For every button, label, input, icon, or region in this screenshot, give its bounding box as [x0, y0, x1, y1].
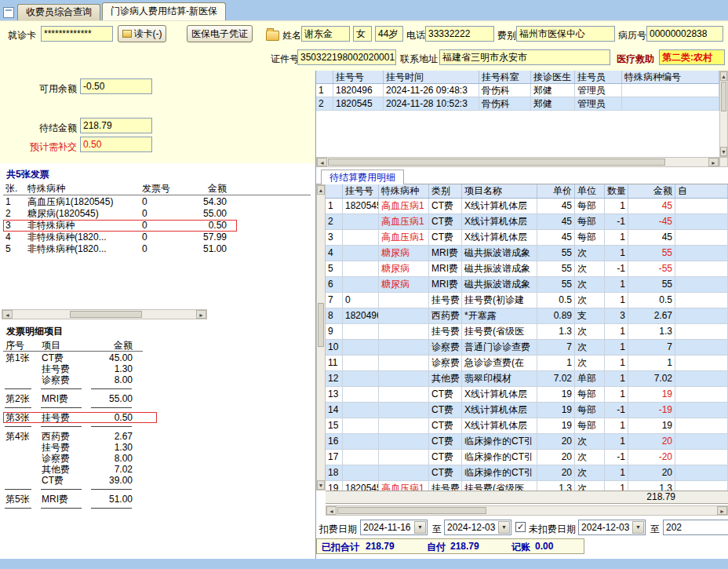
fee-column-header[interactable]: 挂号号	[343, 184, 379, 198]
fee-row[interactable]: 11诊察费急诊诊查费(在1次11	[326, 356, 728, 371]
chevron-down-icon[interactable]: ▼	[498, 521, 510, 534]
invoice-detail-row: 第4张西药费2.67	[3, 431, 157, 442]
fee-cell: 高血压病1	[379, 230, 429, 245]
invoice-row[interactable]: 2糖尿病(1820545)055.00	[3, 208, 237, 220]
registration-row[interactable]: 118204962024-11-26 09:48:3骨伤科郑健管理员	[316, 84, 719, 97]
address-input[interactable]: 福建省三明市永安市	[439, 49, 610, 65]
fee-column-header[interactable]: 类别	[429, 184, 462, 198]
scrollbar-thumb[interactable]	[70, 311, 142, 318]
fee-vscrollbar[interactable]: ▲ ▼	[316, 184, 326, 491]
scroll-right-icon[interactable]: ►	[717, 506, 727, 515]
fee-row[interactable]: 191820545高血压病1挂号费挂号费(省级医1.3次11.3	[326, 481, 728, 491]
fee-row[interactable]: 9挂号费挂号费(省级医1.3次11.3	[326, 324, 728, 340]
fee-cell: X线计算机体层	[462, 230, 537, 245]
invoice-row[interactable]: 3非特殊病种00.50	[3, 220, 237, 232]
chevron-down-icon[interactable]: ▼	[414, 521, 426, 534]
fee-type-input[interactable]: 福州市医保中心	[516, 26, 615, 42]
registration-column-header[interactable]: 挂号员	[575, 71, 622, 83]
registration-column-header[interactable]: 接诊医生	[531, 71, 575, 83]
detail-sheet-label: 第4张	[3, 431, 39, 442]
invoice-detail-row: 第1张CT费45.00	[3, 352, 157, 363]
scroll-left-icon[interactable]: ◄	[317, 158, 327, 166]
detail-sheet-label	[3, 453, 39, 464]
fee-row[interactable]: 12其他费翡翠印模材7.02单部17.02	[326, 371, 728, 387]
fee-row[interactable]: 3高血压病1CT费X线计算机体层45每部145	[326, 230, 728, 246]
undeduct-date-to-combo[interactable]: 202 ▼	[663, 520, 728, 535]
evoucher-button[interactable]: 医保电子凭证	[187, 25, 253, 42]
fee-row[interactable]: 5糖尿病MRI费磁共振波谱成象55次-1-55	[326, 261, 728, 277]
folder-icon[interactable]	[266, 31, 279, 41]
scrollbar-thumb[interactable]	[721, 82, 726, 111]
fee-cell: 次	[575, 481, 605, 491]
scroll-right-icon[interactable]: ►	[708, 158, 719, 166]
registration-column-header[interactable]: 特殊病种编号	[622, 71, 719, 83]
fee-column-header[interactable]: 单价	[537, 184, 575, 198]
id-no-input[interactable]: 350322198002020001	[297, 49, 396, 65]
fee-row[interactable]: 2高血压病1CT费X线计算机体层45每部-1-45	[326, 214, 728, 230]
scrollbar-corner	[719, 157, 728, 167]
fee-cell: X线计算机体层	[462, 214, 537, 229]
fee-cell: CT费	[429, 465, 462, 480]
fee-row[interactable]: 4糖尿病MRI费磁共振波谱成象55次155	[326, 246, 728, 261]
registration-column-header[interactable]: 挂号科室	[479, 71, 531, 83]
fee-cell	[343, 324, 379, 339]
scroll-down-icon[interactable]: ▼	[720, 147, 727, 156]
registration-column-header[interactable]: 挂号号	[333, 71, 384, 83]
invoice-list-hscrollbar[interactable]: ◄ ►	[2, 309, 207, 319]
undeduct-date-from-combo[interactable]: 2024-12-03 ▼	[578, 520, 646, 535]
scrollbar-thumb[interactable]	[337, 507, 486, 514]
fee-hscrollbar[interactable]: ◄ ►	[326, 505, 728, 516]
record-no-input[interactable]: 00000002838	[646, 26, 723, 42]
invoice-row[interactable]: 1高血压病1(1820545)054.30	[3, 196, 237, 208]
fee-cell: 糖尿病	[379, 246, 429, 261]
registration-column-header[interactable]: 挂号时间	[384, 71, 479, 83]
scroll-up-icon[interactable]: ▲	[317, 185, 325, 195]
scroll-up-icon[interactable]: ▲	[720, 71, 727, 81]
visit-card-input[interactable]: *************	[41, 26, 113, 42]
fee-row[interactable]: 11820545高血压病1CT费X线计算机体层45每部145	[326, 199, 728, 214]
fee-row[interactable]: 14CT费X线计算机体层19每部-1-19	[326, 403, 728, 418]
tab-outpatient-settlement[interactable]: 门诊病人费用结算-新医保	[102, 2, 226, 20]
fee-row[interactable]: 6糖尿病MRI费磁共振波谱成象55次155	[326, 277, 728, 293]
fee-cell: 诊察费	[429, 340, 462, 355]
fee-detail-tab[interactable]: 待结算费用明细	[321, 170, 404, 185]
deduct-date-from-combo[interactable]: 2024-11-16 ▼	[360, 520, 428, 535]
tab-cashier-query[interactable]: 收费员综合查询	[17, 4, 100, 20]
fee-row[interactable]: 18CT费临床操作的CT引20次120	[326, 465, 728, 481]
phone-input[interactable]: 33332222	[425, 26, 494, 42]
scroll-left-icon[interactable]: ◄	[326, 506, 337, 515]
fee-column-header[interactable]: 金额	[628, 184, 675, 198]
row-number-header	[316, 71, 333, 83]
fee-column-header[interactable]: 特殊病种	[379, 184, 429, 198]
registration-row[interactable]: 218205452024-11-28 10:52:3骨伤科郑健管理员	[316, 97, 719, 111]
chevron-down-icon[interactable]: ▼	[632, 521, 644, 534]
invoice-row[interactable]: 4非特殊病种(1820...057.99	[3, 232, 237, 243]
fee-cell: 17	[326, 450, 343, 465]
fee-row[interactable]: 81820496西药费*开塞露0.89支32.67	[326, 308, 728, 324]
fee-row[interactable]: 15CT费X线计算机体层19每部119	[326, 418, 728, 434]
fee-cell: 挂号费(初诊建	[462, 293, 537, 308]
fee-row[interactable]: 70挂号费挂号费(初诊建0.5次10.5	[326, 293, 728, 308]
fee-row[interactable]: 16CT费临床操作的CT引20次120	[326, 434, 728, 450]
fee-column-header[interactable]: 数量	[605, 184, 628, 198]
registration-vscrollbar[interactable]: ▲ ▼	[719, 71, 728, 157]
pending-amount-label: 待结金额	[9, 120, 77, 136]
scroll-down-icon[interactable]: ▼	[317, 480, 325, 490]
name-input[interactable]: 谢东金	[301, 26, 350, 42]
fee-row[interactable]: 10诊察费普通门诊诊查费7次17	[326, 340, 728, 356]
scrollbar-thumb[interactable]	[318, 303, 324, 347]
fee-cell: 0	[343, 293, 379, 308]
undeduct-date-checkbox[interactable]: ✓	[515, 522, 526, 532]
fee-row[interactable]: 17CT费临床操作的CT引20次-1-20	[326, 450, 728, 465]
deduct-date-to-combo[interactable]: 2024-12-03 ▼	[444, 520, 511, 535]
read-card-button[interactable]: 读卡(-)	[118, 25, 166, 42]
scroll-right-icon[interactable]: ►	[196, 310, 206, 319]
invoice-row[interactable]: 5非特殊病种(1820...051.00	[3, 243, 237, 255]
registration-hscrollbar[interactable]: ◄ ►	[316, 157, 719, 167]
fee-column-header[interactable]: 自	[675, 184, 728, 198]
fee-row[interactable]: 13CT费X线计算机体层19每部119	[326, 387, 728, 403]
fee-column-header[interactable]: 项目名称	[462, 184, 537, 198]
scrollbar-thumb[interactable]	[328, 159, 665, 166]
fee-column-header[interactable]: 单位	[575, 184, 605, 198]
scroll-left-icon[interactable]: ◄	[2, 310, 13, 319]
